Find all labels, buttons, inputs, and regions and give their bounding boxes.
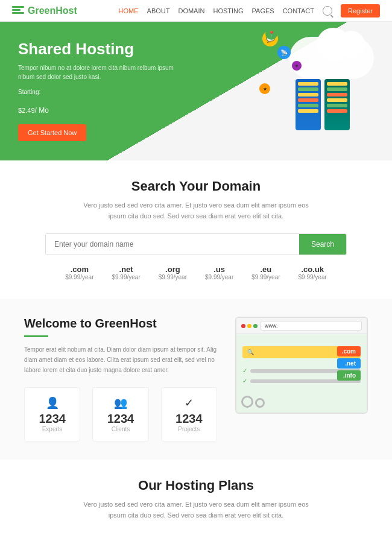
hero-illustration: 💬 📡 📍 ★ ♥	[259, 28, 380, 130]
check-icon: ✓	[242, 367, 247, 374]
welcome-section: Welcome to GreenHost Tempor erat elit no…	[0, 299, 392, 460]
starting-label: Starting:	[18, 89, 187, 95]
hero-description: Tempor nibum no at dolore lorem cita nib…	[18, 63, 187, 81]
tld-com: .com $9.99/year	[65, 265, 93, 280]
plans-grid: ↗ Share Hosting Eirmod erat dolor amet e…	[12, 533, 380, 535]
stats-row: 👤 1234 Experts 👥 1234 Clients ✓ 1234 Pro…	[24, 387, 217, 442]
welcome-title: Welcome to GreenHost	[24, 317, 217, 331]
badge-com: .com	[337, 346, 361, 356]
welcome-divider	[24, 335, 48, 337]
projects-number: 1234	[174, 412, 204, 426]
plans-subtitle: Vero justo sed sed vero cita amer. Et ju…	[75, 499, 317, 521]
logo-text: GreenHost	[28, 5, 77, 16]
tld-org: .org $9.99/year	[159, 265, 187, 280]
hero-section: Shared Hosting Tempor nibum no at dolore…	[0, 22, 392, 160]
gear-2	[255, 398, 265, 408]
tld-net: .net $9.99/year	[112, 265, 140, 280]
nav-home[interactable]: HOME	[119, 7, 139, 14]
location-icon: 📍	[265, 28, 277, 40]
clients-icon: 👥	[105, 396, 136, 410]
tld-eu: .eu $9.99/year	[251, 265, 280, 280]
heart-icon: ♥	[292, 61, 302, 71]
nav-pages[interactable]: PAGES	[252, 7, 274, 14]
welcome-left: Welcome to GreenHost Tempor erat elit no…	[24, 317, 217, 442]
browser-bar: www.	[236, 318, 367, 334]
projects-icon: ✓	[174, 396, 204, 410]
get-started-button[interactable]: Get Started Now	[18, 124, 86, 141]
experts-icon: 👤	[37, 396, 68, 410]
dot-green	[253, 324, 258, 328]
stat-experts: 👤 1234 Experts	[24, 387, 80, 442]
browser-dots	[241, 324, 258, 328]
domain-subtitle: Vero justo sed sed vero cita amer. Et ju…	[75, 200, 317, 221]
plans-title: Our Hosting Plans	[12, 478, 380, 493]
dot-red	[241, 324, 245, 328]
tld-couk: .co.uk $9.99/year	[299, 265, 327, 280]
domain-title: Search Your Domain	[24, 179, 368, 194]
tld-badges: .com .net .info	[337, 346, 361, 382]
check-icon-2: ✓	[242, 378, 247, 384]
domain-search-bar: Search	[45, 233, 347, 255]
domain-search-input[interactable]	[46, 234, 299, 255]
register-button[interactable]: Register	[341, 4, 380, 17]
browser-search-bar: 🔍	[247, 349, 254, 355]
welcome-text: Tempor erat elit nobum at cita. Diam dol…	[24, 344, 217, 375]
stat-projects: ✓ 1234 Projects	[161, 387, 217, 442]
clients-number: 1234	[105, 412, 136, 426]
domain-search-button[interactable]: Search	[299, 234, 346, 255]
hero-price: $2.49/ Mo	[18, 98, 187, 117]
logo[interactable]: GreenHost	[12, 5, 77, 16]
projects-label: Projects	[174, 426, 204, 432]
tld-us: .us $9.99/year	[205, 265, 233, 280]
badge-info: .info	[337, 370, 361, 381]
nav-domain[interactable]: DOMAIN	[178, 7, 204, 14]
plans-section: Our Hosting Plans Vero justo sed sed ver…	[0, 460, 392, 535]
nav-about[interactable]: ABOUT	[147, 7, 170, 14]
navbar: GreenHost HOME ABOUT DOMAIN HOSTING PAGE…	[0, 0, 392, 22]
gear-row	[241, 396, 265, 408]
logo-icon	[12, 6, 24, 16]
clients-label: Clients	[105, 426, 136, 432]
tld-list: .com $9.99/year .net $9.99/year .org $9.…	[24, 265, 368, 280]
nav-contact[interactable]: CONTACT	[283, 7, 314, 14]
experts-number: 1234	[37, 412, 68, 426]
badge-net: .net	[337, 358, 361, 369]
hero-title: Shared Hosting	[18, 40, 187, 59]
domain-section: Search Your Domain Vero justo sed sed ve…	[0, 160, 392, 299]
nav-hosting[interactable]: HOSTING	[213, 7, 243, 14]
rss-icon: 📡	[277, 46, 291, 59]
nav-links: HOME ABOUT DOMAIN HOSTING PAGES CONTACT …	[119, 4, 380, 17]
search-icon[interactable]	[323, 6, 332, 16]
dot-yellow	[247, 324, 251, 328]
experts-label: Experts	[37, 426, 68, 432]
hero-content: Shared Hosting Tempor nibum no at dolore…	[18, 40, 187, 141]
browser-mockup: www. 🔍 ✓ ✓ .com	[235, 317, 368, 414]
browser-url: www.	[261, 321, 362, 331]
welcome-right: www. 🔍 ✓ ✓ .com	[235, 317, 368, 414]
browser-body: 🔍 ✓ ✓ .com .net .info	[236, 334, 367, 413]
gear-1	[241, 396, 253, 408]
star-icon: ★	[259, 83, 270, 94]
stat-clients: 👥 1234 Clients	[92, 387, 148, 442]
